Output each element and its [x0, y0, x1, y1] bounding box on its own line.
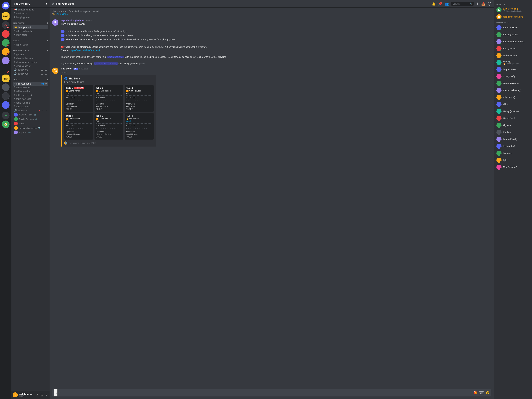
- raphdamico-timestamp: 04/15/2021: [86, 20, 95, 22]
- inline-channel[interactable]: #table-one-chat: [107, 56, 124, 58]
- member-alex[interactable]: Alex (he/him): [495, 45, 531, 52]
- channel-report-bugs[interactable]: # report-bugs: [13, 43, 48, 47]
- input-add-button[interactable]: ⊕: [54, 389, 57, 396]
- channel-bot-playground[interactable]: # bot-playground: [13, 15, 48, 19]
- member-aaron[interactable]: Aaron A. Reed: [495, 24, 531, 31]
- settings-button[interactable]: ⚙: [45, 393, 48, 397]
- category-tables[interactable]: TABLES +: [12, 76, 50, 82]
- voice-member-aaron[interactable]: Aaron A. Reed 📹: [13, 112, 48, 117]
- server-name-header[interactable]: The Zone RPG ▾: [12, 0, 50, 8]
- download-icon[interactable]: ⬇: [476, 2, 479, 6]
- inline-user[interactable]: @raphdamico (he/him): [94, 62, 118, 65]
- bot-playground-icon: #: [14, 16, 15, 19]
- explore-icon[interactable]: 🧭: [2, 121, 10, 128]
- member-crafty[interactable]: CraftyShafty: [495, 73, 531, 80]
- channel-table-one-voice[interactable]: 🔊 table-one 05 / 06: [13, 109, 48, 112]
- inbox-icon[interactable]: 📥: [481, 2, 485, 6]
- member-raphdamico-mod[interactable]: R raphdamico (he/him): [495, 13, 531, 20]
- channel-intro-yourself[interactable]: 👋 intro-yourself: [13, 25, 48, 29]
- message-input[interactable]: [59, 390, 472, 396]
- category-start-here[interactable]: START HERE +: [12, 19, 50, 25]
- member-luluspice[interactable]: luluspice: [495, 150, 531, 157]
- member-mari[interactable]: Mari (she/her): [495, 164, 531, 171]
- server-icon-7[interactable]: 4: [2, 66, 10, 73]
- member-dustin[interactable]: Dustin Freeman: [495, 80, 531, 87]
- channel-discuss-horror[interactable]: # discuss-horror: [13, 64, 48, 68]
- channel-table-five-chat[interactable]: # table-five-chat: [13, 101, 48, 105]
- member-adrian[interactable]: Adrian (he/him): [495, 31, 531, 38]
- category-hangout-zones[interactable]: HANGOUT ZONES +: [12, 47, 50, 53]
- gift-icon[interactable]: 🎁: [474, 391, 477, 395]
- voice-member-nukes[interactable]: Nukes: [13, 121, 48, 126]
- category-add-btn[interactable]: +: [47, 22, 48, 25]
- server-icon-4[interactable]: 1: [2, 39, 10, 47]
- server-icon-9[interactable]: [2, 83, 10, 91]
- server-separator: [3, 11, 8, 11]
- member-laura[interactable]: Laura (Koloth): [495, 136, 531, 143]
- category-tables-add[interactable]: +: [47, 78, 48, 81]
- table-1-stream-badge: 🔴 STREAM: [74, 87, 84, 89]
- member-eli[interactable]: Eli (He/Him): [495, 94, 531, 101]
- step-2-num: 2: [61, 34, 64, 37]
- channel-table-three-chat[interactable]: # table-three-chat: [13, 93, 48, 97]
- microphone-button[interactable]: 🎤: [35, 393, 39, 397]
- member-leebrandt[interactable]: leebrandt33: [495, 143, 531, 150]
- headphone-button[interactable]: 🎧: [40, 393, 44, 397]
- luluspice-dot: [500, 154, 501, 156]
- add-server-button[interactable]: +: [2, 112, 10, 119]
- search-box[interactable]: Search 🔍: [451, 2, 474, 6]
- member-hailey[interactable]: Hailey (she/her): [495, 108, 531, 115]
- channel-mods-only[interactable]: # mods-only: [13, 12, 48, 15]
- voice-member-raphdamico-stream[interactable]: raphdamico-stream 📡: [13, 126, 48, 130]
- members-icon[interactable]: 👥: [445, 2, 449, 6]
- stream-url[interactable]: https://www.twitch.tv/raphdamico: [70, 49, 102, 52]
- channel-discuss-zone[interactable]: # discuss-the-zone: [13, 56, 48, 60]
- member-krudius[interactable]: Krudius: [495, 129, 531, 136]
- channel-find-your-game[interactable]: # find-your-game 👥 ⚙: [13, 82, 48, 86]
- server-icon-11[interactable]: [2, 101, 10, 109]
- server-zone-rpg[interactable]: ZONE: [2, 12, 10, 20]
- channel-rules-and-goals[interactable]: # rules-and-goals: [13, 29, 48, 33]
- server-icon-10[interactable]: [2, 92, 10, 100]
- server-icon-3[interactable]: [2, 30, 10, 38]
- bell-icon[interactable]: 🔔: [432, 2, 436, 6]
- edit-channel-button[interactable]: ✏️ Edit Channel: [52, 13, 68, 15]
- eli-dot: [500, 98, 501, 100]
- member-eliot[interactable]: E Eliot (He / him) 🎵 Listening to Spotif…: [495, 6, 531, 13]
- channel-table-one-chat[interactable]: # table-one-chat: [13, 86, 48, 89]
- member-khymes[interactable]: khymes: [495, 122, 531, 129]
- voice-member-dustin[interactable]: Dustin Freeman 📹: [13, 117, 48, 121]
- gif-button[interactable]: GIF: [479, 391, 484, 394]
- pin-icon[interactable]: 📌: [438, 2, 442, 6]
- join-link[interactable]: Join!: [126, 120, 131, 123]
- server-icon-6[interactable]: [2, 57, 10, 64]
- emoji-icon[interactable]: 😊: [486, 391, 489, 395]
- channel-table-six-chat[interactable]: # table-six-chat: [13, 105, 48, 109]
- channel-couch-two[interactable]: 🔊 couch-two 00 / 08: [13, 72, 48, 76]
- member-ania[interactable]: ania 🐀 🔥 Watch your rat!: [495, 59, 531, 66]
- member-heretic[interactable]: HereticSoul: [495, 115, 531, 122]
- table-2-op: OperationElectric Prism: [96, 103, 122, 108]
- channel-discuss-game-design[interactable]: # discuss-game-design: [13, 60, 48, 64]
- help-icon[interactable]: ?: [488, 2, 491, 6]
- discord-home-button[interactable]: [2, 2, 10, 10]
- channel-main-stage[interactable]: # main-stage: [13, 33, 48, 37]
- channel-general[interactable]: # general: [13, 53, 48, 56]
- member-bugbear[interactable]: bugbearstew: [495, 66, 531, 73]
- channel-table-four-chat[interactable]: # table-four-chat: [13, 97, 48, 101]
- member-adrian-marple[interactable]: Adrian Marple (he/hi...: [495, 38, 531, 45]
- category-bugs-add[interactable]: +: [47, 39, 48, 42]
- server-tabletop[interactable]: TABLETOP CALL IN SHOW: [2, 74, 10, 82]
- channel-table-two-chat[interactable]: # table-two-chat: [13, 89, 48, 93]
- member-elliot[interactable]: elliot: [495, 101, 531, 108]
- voice-member-sajidsan[interactable]: Sajidsan 📹: [13, 130, 48, 135]
- member-lyla[interactable]: Lyla: [495, 157, 531, 164]
- category-bugs[interactable]: BUGS! +: [12, 37, 50, 43]
- member-eleanor[interactable]: Eleanor (she/they): [495, 87, 531, 94]
- channel-couch-one[interactable]: 🔊 couch-one 00 / 08: [13, 68, 48, 72]
- channel-announcements[interactable]: 📢 announcements: [13, 8, 48, 12]
- category-hangout-add[interactable]: +: [47, 49, 48, 52]
- server-icon-5[interactable]: 1: [2, 48, 10, 55]
- server-icon-2[interactable]: 77 15: [2, 21, 10, 29]
- member-amber[interactable]: amber autumn: [495, 52, 531, 59]
